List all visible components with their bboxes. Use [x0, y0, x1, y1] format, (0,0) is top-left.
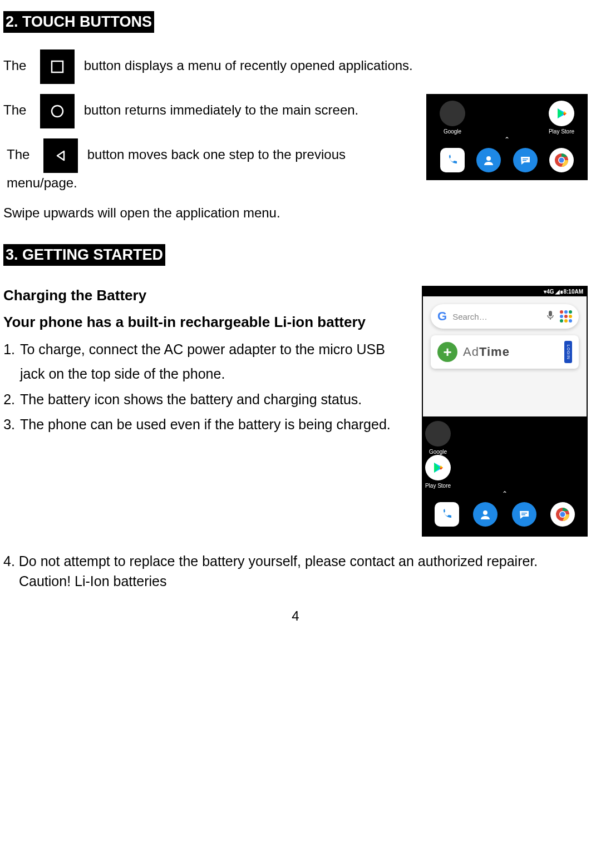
section-3-heading: 3. GETTING STARTED: [3, 244, 165, 266]
home-button-desc: The button returns immediately to the ma…: [3, 94, 415, 128]
home-button-icon: [40, 94, 75, 128]
text: The: [7, 147, 29, 162]
play-store-app: Play Store: [423, 455, 453, 489]
text: button returns immediately to the main s…: [84, 102, 359, 117]
search-placeholder: Search…: [452, 312, 541, 321]
svg-rect-3: [523, 158, 528, 160]
svg-point-10: [483, 510, 487, 515]
adtime-label: AdTime: [463, 345, 559, 359]
google-folder-app: Google: [423, 421, 453, 455]
svg-point-1: [52, 106, 63, 117]
messages-app-icon: [513, 148, 538, 172]
charging-steps-list: To charge, connect the AC power adapter …: [3, 338, 411, 437]
phone-app-icon: [440, 148, 465, 172]
apps-grid-icon: [560, 310, 572, 323]
chrome-app-icon: [549, 148, 574, 172]
svg-point-2: [486, 156, 491, 161]
svg-point-15: [560, 512, 565, 517]
list-item-4: 4. Do not attempt to replace the battery…: [3, 551, 588, 592]
login-tab: LOGIN: [564, 341, 572, 363]
contacts-app-icon: [476, 148, 501, 172]
charging-subheading: Charging the Battery: [3, 287, 411, 304]
swipe-up-indicator-icon: ⌃: [423, 490, 587, 498]
swipe-up-indicator-icon: ⌃: [430, 136, 584, 143]
svg-rect-11: [521, 513, 527, 514]
play-store-app: Play Store: [546, 101, 577, 135]
play-store-label: Play Store: [549, 128, 574, 135]
play-store-label: Play Store: [425, 483, 451, 489]
contacts-app-icon: [473, 502, 498, 527]
svg-rect-0: [52, 61, 63, 72]
svg-rect-4: [523, 160, 526, 161]
phone-app-icon: [435, 502, 459, 527]
status-bar: ▾4G ◢∎8:10AM: [423, 287, 587, 296]
chrome-app-icon: [550, 502, 575, 527]
home-strip-screenshot: Google Play Store ⌃: [426, 94, 588, 180]
google-search-bar: G Search…: [431, 304, 579, 329]
battery-subheading: Your phone has a built-in rechargeable L…: [3, 310, 411, 334]
svg-rect-12: [521, 514, 525, 515]
svg-rect-8: [549, 311, 552, 316]
home-screen-screenshot: ▾4G ◢∎8:10AM G Search…: [422, 286, 588, 537]
section-2-heading: 2. TOUCH BUTTONS: [3, 11, 154, 33]
mic-icon: [546, 310, 554, 323]
text: The: [3, 58, 26, 73]
google-folder-app: Google: [437, 101, 467, 135]
svg-point-7: [559, 158, 564, 163]
plus-icon: +: [437, 342, 457, 362]
back-button-desc: The button moves back one step to the pr…: [3, 138, 415, 193]
list-item: To charge, connect the AC power adapter …: [19, 338, 411, 386]
messages-app-icon: [512, 502, 536, 527]
recent-apps-button-icon: [40, 49, 75, 84]
recent-apps-desc: The button displays a menu of recently o…: [3, 49, 588, 84]
page-number: 4: [3, 608, 588, 624]
text: button displays a menu of recently opene…: [84, 58, 413, 73]
google-label: Google: [444, 128, 461, 135]
back-button-icon: [43, 138, 78, 173]
swipe-up-desc: Swipe upwards will open the application …: [3, 203, 588, 223]
google-label: Google: [429, 449, 447, 455]
list-item: The phone can be used even if the batter…: [19, 413, 411, 437]
adtime-widget: + AdTime LOGIN: [431, 335, 579, 369]
list-item: The battery icon shows the battery and c…: [19, 388, 411, 412]
text: The: [3, 102, 26, 117]
google-g-icon: G: [437, 309, 447, 324]
